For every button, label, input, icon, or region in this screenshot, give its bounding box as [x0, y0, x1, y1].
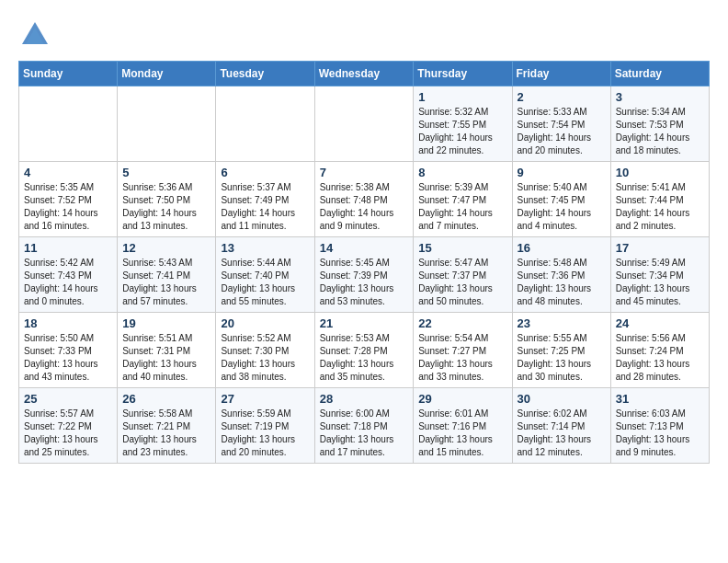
cell-info: Sunrise: 5:33 AMSunset: 7:54 PMDaylight:…	[518, 106, 606, 157]
day-number: 17	[616, 241, 704, 255]
cell-info: Sunrise: 5:43 AMSunset: 7:41 PMDaylight:…	[122, 257, 210, 308]
cell-info: Sunrise: 5:36 AMSunset: 7:50 PMDaylight:…	[122, 181, 210, 233]
calendar-cell: 1Sunrise: 5:32 AMSunset: 7:55 PMDaylight…	[414, 86, 512, 162]
day-number: 20	[221, 316, 309, 330]
cell-info: Sunrise: 5:37 AMSunset: 7:49 PMDaylight:…	[221, 181, 309, 233]
calendar-cell: 15Sunrise: 5:47 AMSunset: 7:37 PMDayligh…	[414, 237, 512, 313]
cell-info: Sunrise: 5:49 AMSunset: 7:34 PMDaylight:…	[616, 257, 704, 308]
cell-info: Sunrise: 5:34 AMSunset: 7:53 PMDaylight:…	[616, 106, 704, 157]
cell-info: Sunrise: 6:01 AMSunset: 7:16 PMDaylight:…	[418, 408, 506, 459]
day-number: 18	[24, 316, 112, 330]
calendar-week-4: 18Sunrise: 5:50 AMSunset: 7:33 PMDayligh…	[19, 313, 710, 388]
day-number: 9	[518, 166, 606, 179]
calendar-cell: 18Sunrise: 5:50 AMSunset: 7:33 PMDayligh…	[19, 313, 118, 388]
day-number: 21	[320, 316, 409, 330]
day-number: 4	[24, 166, 112, 179]
day-number: 25	[24, 392, 112, 406]
cell-info: Sunrise: 6:03 AMSunset: 7:13 PMDaylight:…	[616, 408, 704, 459]
cell-info: Sunrise: 5:51 AMSunset: 7:31 PMDaylight:…	[122, 332, 210, 384]
calendar-cell: 4Sunrise: 5:35 AMSunset: 7:52 PMDaylight…	[19, 162, 118, 237]
cell-info: Sunrise: 5:42 AMSunset: 7:43 PMDaylight:…	[24, 257, 112, 308]
day-number: 12	[122, 241, 210, 255]
day-number: 13	[221, 241, 309, 255]
logo-icon	[18, 18, 51, 52]
cell-info: Sunrise: 5:58 AMSunset: 7:21 PMDaylight:…	[122, 408, 210, 459]
day-number: 31	[616, 392, 704, 406]
day-number: 30	[518, 392, 606, 406]
col-header-sunday: Sunday	[19, 62, 118, 86]
calendar-cell	[118, 86, 216, 162]
calendar-cell: 29Sunrise: 6:01 AMSunset: 7:16 PMDayligh…	[414, 388, 512, 464]
cell-info: Sunrise: 5:44 AMSunset: 7:40 PMDaylight:…	[221, 257, 309, 308]
calendar-cell: 31Sunrise: 6:03 AMSunset: 7:13 PMDayligh…	[610, 388, 709, 464]
day-number: 29	[418, 392, 506, 406]
day-number: 2	[518, 90, 606, 104]
cell-info: Sunrise: 5:56 AMSunset: 7:24 PMDaylight:…	[616, 332, 704, 384]
day-number: 3	[616, 90, 704, 104]
calendar-cell: 9Sunrise: 5:40 AMSunset: 7:45 PMDaylight…	[512, 162, 610, 237]
calendar-cell: 3Sunrise: 5:34 AMSunset: 7:53 PMDaylight…	[610, 86, 709, 162]
calendar-cell: 23Sunrise: 5:55 AMSunset: 7:25 PMDayligh…	[512, 313, 610, 388]
cell-info: Sunrise: 5:50 AMSunset: 7:33 PMDaylight:…	[24, 332, 112, 384]
page-header	[18, 18, 710, 52]
col-header-saturday: Saturday	[610, 62, 709, 86]
calendar-cell: 27Sunrise: 5:59 AMSunset: 7:19 PMDayligh…	[216, 388, 314, 464]
calendar-cell: 28Sunrise: 6:00 AMSunset: 7:18 PMDayligh…	[314, 388, 414, 464]
calendar-cell: 6Sunrise: 5:37 AMSunset: 7:49 PMDaylight…	[216, 162, 314, 237]
calendar-cell	[314, 86, 414, 162]
calendar-cell: 19Sunrise: 5:51 AMSunset: 7:31 PMDayligh…	[118, 313, 216, 388]
calendar-cell	[19, 86, 118, 162]
calendar-week-2: 4Sunrise: 5:35 AMSunset: 7:52 PMDaylight…	[19, 162, 710, 237]
cell-info: Sunrise: 5:52 AMSunset: 7:30 PMDaylight:…	[221, 332, 309, 384]
calendar-cell: 20Sunrise: 5:52 AMSunset: 7:30 PMDayligh…	[216, 313, 314, 388]
cell-info: Sunrise: 5:45 AMSunset: 7:39 PMDaylight:…	[320, 257, 409, 308]
calendar-cell: 16Sunrise: 5:48 AMSunset: 7:36 PMDayligh…	[512, 237, 610, 313]
day-number: 5	[122, 166, 210, 179]
cell-info: Sunrise: 6:00 AMSunset: 7:18 PMDaylight:…	[320, 408, 409, 459]
cell-info: Sunrise: 5:38 AMSunset: 7:48 PMDaylight:…	[320, 181, 409, 233]
cell-info: Sunrise: 5:55 AMSunset: 7:25 PMDaylight:…	[518, 332, 606, 384]
col-header-thursday: Thursday	[414, 62, 512, 86]
calendar-week-3: 11Sunrise: 5:42 AMSunset: 7:43 PMDayligh…	[19, 237, 710, 313]
calendar-cell: 30Sunrise: 6:02 AMSunset: 7:14 PMDayligh…	[512, 388, 610, 464]
calendar-cell: 26Sunrise: 5:58 AMSunset: 7:21 PMDayligh…	[118, 388, 216, 464]
cell-info: Sunrise: 5:54 AMSunset: 7:27 PMDaylight:…	[418, 332, 506, 384]
cell-info: Sunrise: 5:57 AMSunset: 7:22 PMDaylight:…	[24, 408, 112, 459]
calendar-cell: 21Sunrise: 5:53 AMSunset: 7:28 PMDayligh…	[314, 313, 414, 388]
day-number: 19	[122, 316, 210, 330]
calendar-cell: 25Sunrise: 5:57 AMSunset: 7:22 PMDayligh…	[19, 388, 118, 464]
calendar-cell	[216, 86, 314, 162]
day-number: 28	[320, 392, 409, 406]
calendar-cell: 24Sunrise: 5:56 AMSunset: 7:24 PMDayligh…	[610, 313, 709, 388]
cell-info: Sunrise: 5:59 AMSunset: 7:19 PMDaylight:…	[221, 408, 309, 459]
day-number: 23	[518, 316, 606, 330]
calendar-cell: 13Sunrise: 5:44 AMSunset: 7:40 PMDayligh…	[216, 237, 314, 313]
calendar-cell: 5Sunrise: 5:36 AMSunset: 7:50 PMDaylight…	[118, 162, 216, 237]
day-number: 14	[320, 241, 409, 255]
calendar-cell: 17Sunrise: 5:49 AMSunset: 7:34 PMDayligh…	[610, 237, 709, 313]
day-number: 27	[221, 392, 309, 406]
day-number: 15	[418, 241, 506, 255]
cell-info: Sunrise: 5:53 AMSunset: 7:28 PMDaylight:…	[320, 332, 409, 384]
logo	[18, 18, 55, 52]
cell-info: Sunrise: 5:48 AMSunset: 7:36 PMDaylight:…	[518, 257, 606, 308]
calendar-cell: 2Sunrise: 5:33 AMSunset: 7:54 PMDaylight…	[512, 86, 610, 162]
day-number: 8	[418, 166, 506, 179]
day-number: 22	[418, 316, 506, 330]
cell-info: Sunrise: 6:02 AMSunset: 7:14 PMDaylight:…	[518, 408, 606, 459]
cell-info: Sunrise: 5:32 AMSunset: 7:55 PMDaylight:…	[418, 106, 506, 157]
calendar-cell: 10Sunrise: 5:41 AMSunset: 7:44 PMDayligh…	[610, 162, 709, 237]
calendar-week-5: 25Sunrise: 5:57 AMSunset: 7:22 PMDayligh…	[19, 388, 710, 464]
cell-info: Sunrise: 5:40 AMSunset: 7:45 PMDaylight:…	[518, 181, 606, 233]
calendar-cell: 11Sunrise: 5:42 AMSunset: 7:43 PMDayligh…	[19, 237, 118, 313]
calendar-week-1: 1Sunrise: 5:32 AMSunset: 7:55 PMDaylight…	[19, 86, 710, 162]
calendar-cell: 14Sunrise: 5:45 AMSunset: 7:39 PMDayligh…	[314, 237, 414, 313]
calendar-cell: 22Sunrise: 5:54 AMSunset: 7:27 PMDayligh…	[414, 313, 512, 388]
col-header-monday: Monday	[118, 62, 216, 86]
calendar-cell: 7Sunrise: 5:38 AMSunset: 7:48 PMDaylight…	[314, 162, 414, 237]
day-number: 11	[24, 241, 112, 255]
cell-info: Sunrise: 5:41 AMSunset: 7:44 PMDaylight:…	[616, 181, 704, 233]
calendar-cell: 12Sunrise: 5:43 AMSunset: 7:41 PMDayligh…	[118, 237, 216, 313]
day-number: 26	[122, 392, 210, 406]
day-number: 6	[221, 166, 309, 179]
